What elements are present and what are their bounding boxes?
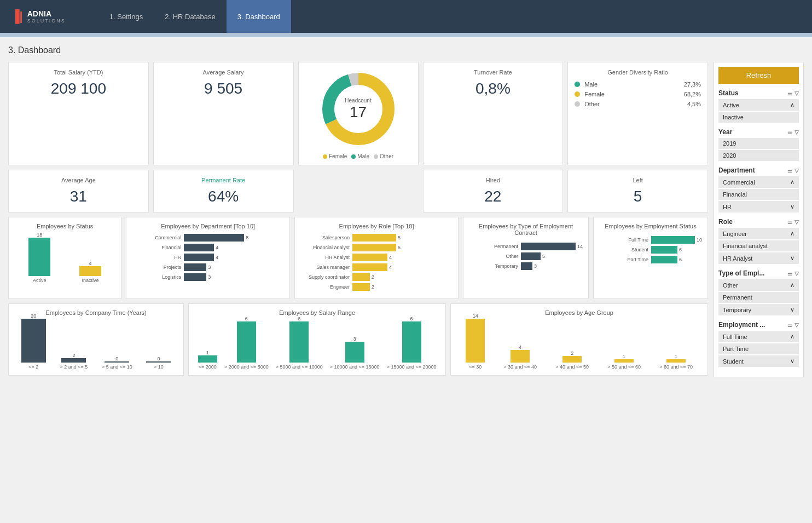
role-financial-label: Financial analyst xyxy=(300,245,350,250)
filter-year-icon[interactable]: ⚌ xyxy=(787,129,792,135)
kpi-perm-rate: Permanent Rate 64% xyxy=(153,170,294,212)
company-time-bars: 20 <= 2 2 > 2 and <= 5 0 > 5 and xyxy=(14,320,178,370)
male-dot xyxy=(351,154,356,159)
ct-5-10-val: 0 xyxy=(115,356,118,361)
contract-perm-label: Permanent xyxy=(469,244,518,249)
filter-type-empl-other[interactable]: Other ∧ xyxy=(718,279,799,291)
logo-sub: SOLUTIONS xyxy=(27,18,66,24)
filter-dept-financial[interactable]: Financial xyxy=(718,189,799,200)
kpi-left: Left 5 xyxy=(567,170,708,212)
emp-role-bars: Salesperson 5 Financial analyst 5 HR Ana… xyxy=(300,234,453,291)
sub-header xyxy=(0,33,812,37)
age-30-40-bar xyxy=(511,350,530,363)
dashboard-layout: Total Salary (YTD) 209 100 Average Salar… xyxy=(8,62,804,377)
filter-year-2020[interactable]: 2020 xyxy=(718,150,799,161)
filter-emp-status-fulltime[interactable]: Full Time ∧ xyxy=(718,331,799,342)
gender-other-row: Other 4,5% xyxy=(575,101,701,107)
scroll-up-icon: ∧ xyxy=(790,101,794,108)
filter-type-empl-temporary[interactable]: Temporary ∨ xyxy=(718,304,799,315)
filter-role-financial[interactable]: Financial analyst xyxy=(718,240,799,251)
donut-container: Headcount 17 xyxy=(317,68,399,150)
filter-icon[interactable]: ⚌ xyxy=(787,90,792,96)
filter-status-active[interactable]: Active ∧ xyxy=(718,99,799,111)
age-40-50-bar xyxy=(562,356,582,363)
ct-le2-group: 20 <= 2 xyxy=(21,313,46,370)
turnover-value: 0,8% xyxy=(430,80,556,97)
filter-role-engineer[interactable]: Engineer ∧ xyxy=(718,228,799,239)
role-financial-label-sb: Financial analyst xyxy=(723,243,768,249)
role-salesperson-label: Salesperson xyxy=(300,235,350,240)
sal-10k-15k-group: 3 > 10000 and <= 15000 xyxy=(330,336,380,370)
emp-emp-status-bars: Full Time 10 Student 6 Part Time xyxy=(599,236,702,263)
sal-15k-20k-bar xyxy=(402,321,421,363)
emp-student-row: Student 6 xyxy=(599,246,702,254)
filter-role-icon[interactable]: ⚌ xyxy=(787,219,792,225)
filter-emp-status-icon[interactable]: ⚌ xyxy=(787,322,792,328)
funnel-type-empl-icon[interactable]: ▽ xyxy=(794,271,799,277)
age-50-60-val: 1 xyxy=(623,354,625,359)
filter-year-2019[interactable]: 2019 xyxy=(718,138,799,149)
active-val: 18 xyxy=(37,232,42,238)
dept-financial-bar xyxy=(184,244,214,251)
page-title: 3. Dashboard xyxy=(8,45,804,55)
inactive-bar xyxy=(79,266,101,276)
tab-hr-database[interactable]: 2. HR Database xyxy=(154,0,227,33)
perm-rate-value: 64% xyxy=(160,188,287,205)
scroll-up-emp-icon: ∧ xyxy=(790,333,794,340)
dept-commercial-label-sb: Commercial xyxy=(723,179,755,186)
dept-logistics-val: 3 xyxy=(208,274,211,280)
filter-type-empl-icon[interactable]: ⚌ xyxy=(787,271,792,277)
type-empl-other-label-sb: Other xyxy=(723,282,738,289)
ct-2-5-label: > 2 and <= 5 xyxy=(60,364,88,370)
emp-status-student-label-sb: Student xyxy=(723,358,744,365)
filter-dept-icon[interactable]: ⚌ xyxy=(787,168,792,174)
active-bar-label: Active xyxy=(33,278,47,283)
total-salary-label: Total Salary (YTD) xyxy=(15,69,142,76)
funnel-icon[interactable]: ▽ xyxy=(794,90,799,96)
filter-emp-status-student[interactable]: Student ∨ xyxy=(718,355,799,367)
gender-female-row: Female 68,2% xyxy=(575,91,701,97)
role-supply-label: Supply coordinator xyxy=(300,274,350,280)
role-supply-row: Supply coordinator 2 xyxy=(300,273,453,281)
left-label: Left xyxy=(575,177,701,183)
filter-role-label: Role xyxy=(718,218,733,226)
avg-age-value: 31 xyxy=(15,188,142,205)
salary-range-title: Employees by Salary Range xyxy=(194,309,440,316)
filter-status: Status ⚌ ▽ Active ∧ Inactive xyxy=(718,89,799,123)
filter-type-empl-permanent[interactable]: Permanent xyxy=(718,292,799,303)
dept-projects-row: Projects 3 xyxy=(132,263,284,271)
active-bar xyxy=(28,238,50,276)
legend-female: Female xyxy=(323,153,347,159)
age-le30-val: 14 xyxy=(473,313,478,319)
tab-dashboard[interactable]: 3. Dashboard xyxy=(227,0,291,33)
ct-10-val: 0 xyxy=(157,356,160,361)
gender-other-name: Other xyxy=(584,101,687,107)
funnel-emp-status-icon[interactable]: ▽ xyxy=(794,322,799,328)
chart-emp-dept: Employees by Department [Top 10] Commerc… xyxy=(126,217,290,299)
sal-2k-5k-val: 6 xyxy=(245,316,248,321)
funnel-role-icon[interactable]: ▽ xyxy=(794,219,799,225)
sidebar: Refresh Status ⚌ ▽ Active ∧ Inactive xyxy=(714,62,804,377)
filter-dept-hr[interactable]: HR ∨ xyxy=(718,201,799,212)
funnel-year-icon[interactable]: ▽ xyxy=(794,129,799,135)
funnel-dept-icon[interactable]: ▽ xyxy=(794,168,799,174)
tab-settings[interactable]: 1. Settings xyxy=(98,0,154,33)
sal-2k-5k-group: 6 > 2000 and <= 5000 xyxy=(224,316,269,370)
filter-dept-commercial[interactable]: Commercial ∧ xyxy=(718,176,799,188)
dept-financial-label: Financial xyxy=(132,245,181,250)
filter-role-hr-analyst[interactable]: HR Analyst ∨ xyxy=(718,252,799,264)
dept-commercial-bar xyxy=(184,234,244,242)
sal-10k-15k-val: 3 xyxy=(353,336,356,342)
refresh-button[interactable]: Refresh xyxy=(718,67,799,84)
sal-15k-20k-val: 6 xyxy=(410,316,413,321)
filter-emp-status-parttime[interactable]: Part Time xyxy=(718,343,799,354)
gender-other-pct: 4,5% xyxy=(687,101,701,107)
main: 3. Dashboard Total Salary (YTD) 209 100 … xyxy=(0,37,812,386)
age-60-70-group: 1 > 60 and <= 70 xyxy=(659,354,693,370)
filter-status-inactive[interactable]: Inactive xyxy=(718,112,799,123)
emp-dept-chart-title: Employees by Department [Top 10] xyxy=(132,223,284,229)
age-50-60-bar xyxy=(614,359,634,363)
role-salesperson-bar xyxy=(352,234,396,242)
active-bar-group: 18 Active xyxy=(28,232,50,283)
filter-emp-status-icons: ⚌ ▽ xyxy=(787,322,799,328)
